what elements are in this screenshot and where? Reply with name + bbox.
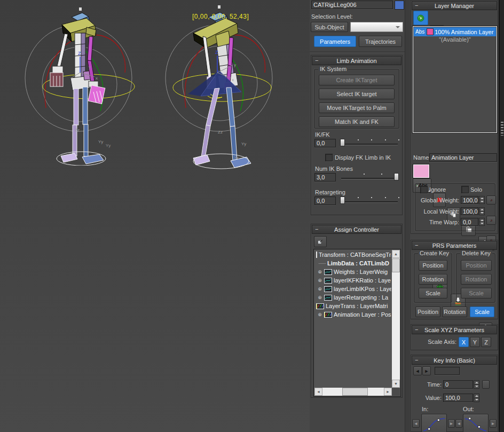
tree-row-layertrans[interactable]: LayerTrans : LayerMatri xyxy=(314,302,391,310)
time-warp-spinner[interactable] xyxy=(479,218,485,226)
layer-color-button[interactable] xyxy=(413,164,430,178)
next-key-button[interactable]: ► xyxy=(422,366,431,375)
scroll-thumb[interactable] xyxy=(342,388,368,396)
slider-handle[interactable] xyxy=(394,173,399,180)
tree-row-retargeting[interactable]: ⊕ layerRetargeting : La xyxy=(314,293,391,302)
create-position-key-button[interactable]: Position xyxy=(419,260,447,271)
controller-tree[interactable]: Transform : CATBoneSegTra LimbData : CAT… xyxy=(313,249,401,397)
num-ik-bones-slider[interactable] xyxy=(340,172,399,182)
animation-layers-list[interactable]: Abs 100% Animation Layer "(Available)" xyxy=(413,26,497,133)
out-tangent-flyout-right-button[interactable]: ► xyxy=(490,419,497,428)
layer-list-row-selected[interactable]: Abs 100% Animation Layer xyxy=(414,27,496,36)
divider xyxy=(310,52,405,52)
retargeting-field[interactable]: 0,0 xyxy=(314,197,336,205)
layer-list-row-available[interactable]: "(Available)" xyxy=(414,36,496,44)
sub-object-level-dropdown[interactable] xyxy=(350,22,403,32)
rollout-header-layer-manager[interactable]: − Layer Manager xyxy=(412,1,497,10)
tab-parameters[interactable]: Parameters xyxy=(314,36,356,47)
delete-scale-key-button[interactable]: Scale xyxy=(461,288,492,299)
solo-checkbox[interactable] xyxy=(461,186,469,193)
expand-icon[interactable]: ⊕ xyxy=(317,278,322,283)
out-tangent-curve-button[interactable] xyxy=(463,414,489,432)
svg-text:y: y xyxy=(89,65,91,69)
create-rotation-key-button[interactable]: Rotation xyxy=(419,274,447,285)
time-lock-button[interactable] xyxy=(482,380,490,389)
time-spinner[interactable] xyxy=(474,380,479,389)
collapse-icon: − xyxy=(415,242,418,248)
tree-row-limbikpos[interactable]: ⊕ layerLimbIKPos : Laye xyxy=(314,285,391,293)
rollout-header-scale-xyz[interactable]: − Scale XYZ Parameters xyxy=(412,325,497,334)
ignore-checkbox[interactable] xyxy=(420,186,428,193)
tree-row-limbdata[interactable]: LimbData : CATLimbD xyxy=(314,259,391,268)
delete-rotation-key-button[interactable]: Rotation xyxy=(461,274,492,285)
scroll-left-button[interactable]: ◄ xyxy=(314,388,322,396)
tree-horizontal-scrollbar[interactable]: ◄ ► xyxy=(314,388,392,396)
ikfk-field[interactable]: 0,0 xyxy=(314,139,336,147)
scroll-up-button[interactable]: ▲ xyxy=(392,250,400,258)
scroll-right-button[interactable]: ► xyxy=(384,388,392,396)
curve-controller-icon xyxy=(324,286,332,292)
cat-rig-right[interactable]: Z y x Zz Yy Xx xyxy=(156,2,282,170)
local-weight-spinner[interactable] xyxy=(479,207,485,215)
global-weight-spinner[interactable] xyxy=(479,196,485,204)
ikfk-slider[interactable] xyxy=(340,138,399,147)
create-scale-key-button[interactable]: Scale xyxy=(419,288,447,299)
select-ik-target-button[interactable]: Select IK target xyxy=(319,89,395,99)
tree-vertical-scrollbar[interactable]: ▲ ▼ xyxy=(392,250,400,388)
in-tangent-curve-button[interactable] xyxy=(421,414,447,432)
key-number-field[interactable] xyxy=(435,367,460,375)
panel-resize-splitter[interactable] xyxy=(499,0,504,432)
tree-row-transform[interactable]: Transform : CATBoneSegTra xyxy=(314,250,391,259)
tree-row-weights[interactable]: ⊕ Weights : LayerWeig xyxy=(314,268,391,276)
expand-icon[interactable]: ⊕ xyxy=(317,295,322,300)
create-iktarget-button[interactable]: Create IKTarget xyxy=(319,75,395,85)
rollout-header-limb-animation[interactable]: − Limb Animation xyxy=(312,56,401,65)
local-weight-curve-button[interactable] xyxy=(486,216,496,225)
move-iktarget-to-palm-button[interactable]: Move IKTarget to Palm xyxy=(319,103,395,113)
expand-icon[interactable]: ⊕ xyxy=(317,286,322,292)
scale-axis-y-button[interactable]: Y xyxy=(470,337,480,347)
in-tangent-copy-button[interactable]: ► xyxy=(448,419,455,428)
value-spinner[interactable] xyxy=(474,394,479,402)
out-tangent-copy-button[interactable]: ◄ xyxy=(455,419,462,428)
in-tangent-flyout-left-button[interactable]: ◄ xyxy=(412,419,420,428)
global-weight-field[interactable]: 100,0 xyxy=(461,196,478,204)
display-fk-checkbox[interactable] xyxy=(325,154,333,161)
scale-axis-x-button[interactable]: X xyxy=(459,337,469,347)
tab-trajectories[interactable]: Trajectories xyxy=(359,36,402,47)
position-track-button[interactable]: Position xyxy=(415,307,440,317)
sub-object-button[interactable]: Sub-Object xyxy=(311,22,348,32)
setup-animation-mode-button[interactable] xyxy=(413,11,428,25)
cat-rig-left[interactable]: Z x y Zz Yy Yy xyxy=(15,3,141,166)
assign-controller-button[interactable] xyxy=(314,236,327,247)
match-ik-and-fk-button[interactable]: Match IK and FK xyxy=(319,116,395,127)
tree-row-ikfkratio[interactable]: ⊕ layerIKFKRatio : Laye xyxy=(314,276,391,285)
rollout-header-assign-controller[interactable]: − Assign Controller xyxy=(312,225,401,234)
delete-position-key-button[interactable]: Position xyxy=(461,260,492,271)
time-field[interactable]: 0 xyxy=(443,380,473,389)
rollout-header-prs[interactable]: − PRS Parameters xyxy=(412,241,497,250)
time-warp-field[interactable]: 0,0 xyxy=(461,218,478,226)
object-name-field[interactable]: CATRigLLeg006 xyxy=(311,1,393,9)
viewport-3d[interactable]: Z x y Zz Yy Yy xyxy=(0,0,310,432)
local-weight-field[interactable]: 100,0 xyxy=(461,207,478,215)
rotation-track-button[interactable]: Rotation xyxy=(442,307,467,317)
num-ik-bones-field[interactable]: 3,0 xyxy=(314,173,336,182)
rollout-header-key-info[interactable]: − Key Info (Basic) xyxy=(412,356,497,365)
scroll-thumb[interactable] xyxy=(392,258,400,272)
retargeting-slider[interactable] xyxy=(340,195,399,205)
tree-row-animation-layer[interactable]: ⊕ Animation Layer : Pos xyxy=(314,310,391,319)
scale-track-button[interactable]: Scale xyxy=(470,307,494,317)
scale-axis-z-button[interactable]: Z xyxy=(481,337,491,347)
slider-handle[interactable] xyxy=(340,139,345,146)
slider-handle[interactable] xyxy=(340,197,345,204)
scroll-down-button[interactable]: ▼ xyxy=(392,380,400,388)
value-field[interactable]: 100,0 xyxy=(443,394,473,402)
previous-key-button[interactable]: ◄ xyxy=(413,366,422,375)
global-weight-curve-button[interactable] xyxy=(486,195,496,205)
curve-controller-icon xyxy=(324,269,332,275)
expand-icon[interactable]: ⊕ xyxy=(317,312,322,317)
object-color-swatch[interactable] xyxy=(395,1,404,10)
layer-name-field[interactable]: Animation Layer xyxy=(429,153,497,162)
expand-icon[interactable]: ⊕ xyxy=(317,269,322,274)
